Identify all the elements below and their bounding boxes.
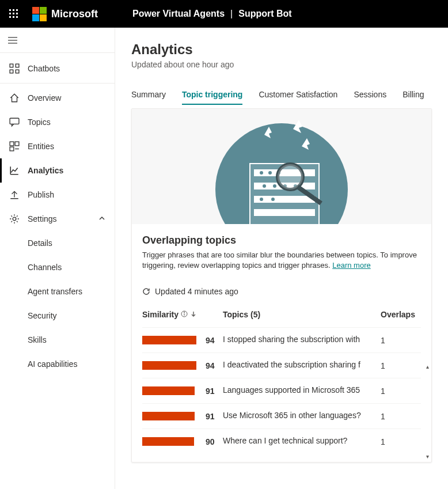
table-row[interactable]: 94I deactivated the subscription sharing…: [142, 352, 421, 378]
overlaps-cell: 1: [381, 412, 421, 421]
chat-icon: [9, 117, 20, 127]
overlaps-cell: 1: [381, 437, 421, 446]
svg-point-27: [260, 171, 263, 175]
svg-rect-18: [15, 142, 19, 146]
tabs: Summary Topic triggering Customer Satisf…: [131, 85, 432, 105]
topic-cell: I stopped sharing the subscription with: [223, 335, 381, 346]
sidebar-item-topics[interactable]: Topics: [0, 110, 115, 134]
info-icon[interactable]: [181, 310, 188, 319]
learn-more-link[interactable]: Learn more: [332, 261, 370, 270]
sidebar-item-ai-capabilities[interactable]: AI capabilities: [0, 352, 115, 376]
topics-table: Similarity Topics (5) Overlaps 94I stopp…: [132, 298, 431, 462]
refresh-icon: [142, 287, 150, 295]
sidebar-item-chatbots[interactable]: Chatbots: [0, 56, 115, 81]
similarity-value: 91: [206, 412, 215, 421]
sidebar-item-label: Agent transfers: [28, 287, 82, 296]
svg-rect-26: [254, 209, 315, 216]
sidebar-item-label: Overview: [28, 93, 61, 103]
tab-topic-triggering[interactable]: Topic triggering: [182, 85, 243, 105]
similarity-cell: 94: [142, 336, 223, 345]
column-similarity[interactable]: Similarity: [142, 310, 223, 319]
topic-cell: Where can I get technical support?: [223, 436, 381, 447]
sidebar-item-label: Details: [28, 238, 52, 248]
main-content: Analytics Updated about one hour ago Sum…: [115, 28, 448, 489]
sidebar-item-label: Publish: [28, 190, 54, 199]
tab-billing[interactable]: Billing: [403, 85, 424, 105]
svg-rect-4: [13, 13, 14, 14]
page-subtitle: Updated about one hour ago: [131, 60, 432, 69]
sidebar-item-publish[interactable]: Publish: [0, 183, 115, 207]
column-overlaps[interactable]: Overlaps: [381, 310, 421, 319]
topic-cell: I deactivated the subscription sharing f: [223, 360, 381, 371]
microsoft-logo[interactable]: Microsoft: [32, 7, 98, 21]
card-updated-text: Updated 4 minutes ago: [155, 287, 238, 296]
svg-point-35: [271, 198, 275, 201]
sidebar-item-label: Settings: [28, 214, 57, 223]
similarity-value: 91: [206, 386, 215, 396]
similarity-bar: [142, 361, 200, 370]
home-icon: [9, 93, 20, 103]
sidebar-item-overview[interactable]: Overview: [0, 86, 115, 110]
svg-rect-12: [10, 64, 13, 67]
overlapping-topics-card: Overlapping topics Trigger phrases that …: [131, 108, 432, 463]
sidebar-item-skills[interactable]: Skills: [0, 328, 115, 352]
sidebar-item-entities[interactable]: Entities: [0, 134, 115, 158]
svg-point-28: [268, 171, 272, 175]
hamburger-icon[interactable]: [0, 28, 115, 53]
top-bar: Microsoft Power Virtual Agents | Support…: [0, 0, 448, 28]
svg-rect-5: [16, 13, 18, 14]
card-description: Trigger phrases that are too similar blu…: [142, 250, 421, 271]
sidebar-item-channels[interactable]: Channels: [0, 255, 115, 279]
sort-desc-icon[interactable]: [190, 310, 197, 319]
similarity-value: 94: [206, 336, 215, 345]
hero-illustration-icon: [207, 109, 356, 224]
table-header: Similarity Topics (5) Overlaps: [142, 304, 421, 327]
overlaps-cell: 1: [381, 336, 421, 345]
tab-summary[interactable]: Summary: [131, 85, 166, 105]
card-title: Overlapping topics: [142, 234, 421, 247]
similarity-cell: 91: [142, 412, 223, 421]
svg-point-30: [263, 184, 266, 188]
sidebar-item-label: Topics: [28, 117, 51, 127]
sidebar-item-analytics[interactable]: Analytics: [0, 158, 115, 183]
svg-rect-15: [16, 70, 19, 73]
chevron-up-icon: [98, 214, 105, 223]
svg-rect-2: [16, 9, 18, 11]
similarity-bar: [142, 386, 200, 395]
sidebar-item-details[interactable]: Details: [0, 231, 115, 255]
card-hero: [132, 109, 431, 224]
analytics-icon: [9, 165, 20, 176]
table-row[interactable]: 91Use Microsoft 365 in other languages?1: [142, 403, 421, 429]
similarity-value: 94: [206, 361, 215, 370]
sidebar-item-security[interactable]: Security: [0, 304, 115, 328]
tab-sessions[interactable]: Sessions: [354, 85, 386, 105]
gear-icon: [9, 214, 20, 224]
entities-icon: [9, 141, 20, 151]
sidebar-item-settings[interactable]: Settings: [0, 207, 115, 231]
svg-rect-7: [13, 16, 14, 18]
table-row[interactable]: 90Where can I get technical support?1: [142, 429, 421, 454]
svg-rect-16: [10, 118, 19, 124]
svg-rect-13: [16, 64, 19, 67]
sidebar: Chatbots Overview Topics Entities Analyt…: [0, 28, 115, 489]
table-row[interactable]: 91Languages supported in Microsoft 3651: [142, 378, 421, 403]
svg-rect-3: [9, 13, 11, 14]
divider: [0, 83, 115, 84]
bot-name[interactable]: Support Bot: [238, 9, 291, 19]
sidebar-item-label: Analytics: [28, 166, 63, 175]
scroll-down-icon[interactable]: ▾: [426, 453, 429, 460]
grid-icon: [9, 63, 20, 74]
publish-icon: [9, 189, 20, 200]
scroll-up-icon[interactable]: ▴: [426, 363, 429, 370]
column-topics[interactable]: Topics (5): [223, 310, 381, 319]
app-name[interactable]: Power Virtual Agents: [132, 9, 225, 19]
table-row[interactable]: 94I stopped sharing the subscription wit…: [142, 327, 421, 352]
svg-point-31: [273, 184, 276, 188]
sidebar-item-agent-transfers[interactable]: Agent transfers: [0, 279, 115, 304]
tab-customer-satisfaction[interactable]: Customer Satisfaction: [259, 85, 337, 105]
app-launcher-icon[interactable]: [0, 0, 28, 28]
svg-point-41: [184, 312, 184, 313]
sidebar-item-label: Chatbots: [28, 64, 60, 73]
topic-cell: Languages supported in Microsoft 365: [223, 385, 381, 396]
page-title: Analytics: [131, 41, 432, 58]
